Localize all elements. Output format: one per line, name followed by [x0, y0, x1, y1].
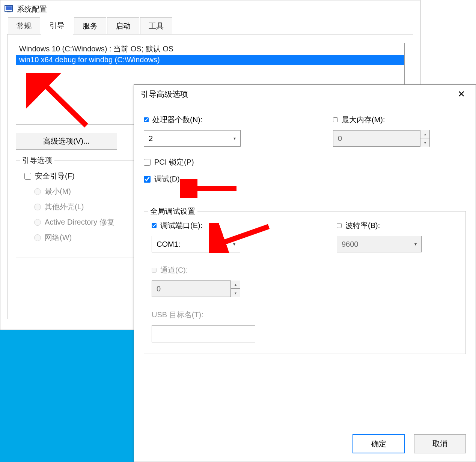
max-memory-check[interactable] — [333, 117, 338, 122]
baud-rate-checkbox[interactable]: 波特率(B): — [337, 220, 458, 231]
spin-down-icon[interactable]: ▾ — [420, 138, 429, 147]
max-memory-checkbox[interactable]: 最大内存(M): — [333, 115, 466, 125]
tab-services[interactable]: 服务 — [74, 17, 106, 34]
channel-check — [152, 268, 157, 273]
debug-check[interactable] — [144, 176, 151, 183]
dialog-titlebar: 引导高级选项 ✕ — [134, 85, 476, 104]
pci-lock-check[interactable] — [144, 159, 151, 166]
radio-adrepair[interactable]: Active Directory 修复 — [34, 217, 142, 227]
app-icon — [4, 4, 13, 14]
safe-boot-checkbox[interactable]: 安全引导(F) — [24, 171, 142, 181]
safe-boot-check[interactable] — [24, 173, 31, 180]
boot-options-group: 引导选项 安全引导(F) 最小(M) 其他外壳(L) Active Direct… — [16, 160, 151, 258]
num-processors-checkbox[interactable]: 处理器个数(N): — [144, 115, 277, 125]
usb-target-label: USB 目标名(T): — [152, 310, 458, 320]
channel-input: 0 ▴ ▾ — [152, 280, 240, 297]
debug-port-checkbox[interactable]: 调试端口(E): — [152, 220, 273, 231]
tab-tools[interactable]: 工具 — [140, 17, 172, 34]
num-processors-select[interactable]: 2 ▾ — [144, 130, 241, 147]
baud-rate-select: 9600 ▾ — [337, 236, 422, 252]
svg-rect-1 — [6, 6, 12, 10]
num-processors-check[interactable] — [144, 117, 149, 122]
pci-lock-checkbox[interactable]: PCI 锁定(P) — [144, 157, 466, 167]
boot-advanced-options-dialog: 引导高级选项 ✕ 处理器个数(N): 2 ▾ 最大内存(M): — [134, 84, 476, 462]
boot-options-legend: 引导选项 — [20, 155, 54, 165]
dialog-title: 引导高级选项 — [141, 89, 188, 99]
channel-checkbox: 通道(C): — [152, 265, 458, 275]
usb-target-input — [152, 325, 255, 342]
radio-altshell[interactable]: 其他外壳(L) — [34, 202, 142, 212]
chevron-down-icon: ▾ — [233, 136, 236, 141]
tab-startup[interactable]: 启动 — [107, 17, 139, 34]
baud-rate-check[interactable] — [337, 223, 342, 228]
dialog-body: 处理器个数(N): 2 ▾ 最大内存(M): 0 ▴ ▾ — [134, 104, 476, 362]
tab-boot[interactable]: 引导 — [41, 17, 73, 34]
spin-down-icon[interactable]: ▾ — [231, 289, 240, 297]
debug-checkbox[interactable]: 调试(D) — [144, 174, 466, 184]
global-debug-legend: 全局调试设置 — [148, 206, 197, 216]
cancel-button[interactable]: 取消 — [414, 434, 466, 453]
boot-entry-0[interactable]: Windows 10 (C:\Windows) : 当前 OS; 默认 OS — [16, 43, 404, 55]
max-memory-input: 0 ▴ ▾ — [333, 130, 430, 147]
titlebar: 系统配置 — [0, 0, 420, 18]
ok-button[interactable]: 确定 — [352, 434, 405, 453]
tab-bar: 常规 引导 服务 启动 工具 — [0, 18, 420, 34]
radio-minimal[interactable]: 最小(M) — [34, 186, 142, 196]
advanced-options-button[interactable]: 高级选项(V)... — [16, 133, 117, 150]
desktop-background — [0, 330, 135, 462]
spinner: ▴ ▾ — [230, 280, 240, 297]
dialog-footer: 确定 取消 — [352, 434, 466, 453]
svg-rect-2 — [7, 12, 11, 12]
debug-port-check[interactable] — [152, 223, 157, 228]
tab-general[interactable]: 常规 — [8, 17, 40, 34]
spinner: ▴ ▾ — [420, 130, 429, 147]
spin-up-icon[interactable]: ▴ — [231, 280, 240, 289]
window-title: 系统配置 — [17, 4, 47, 14]
chevron-down-icon: ▾ — [414, 242, 417, 247]
spin-up-icon[interactable]: ▴ — [420, 130, 429, 138]
debug-port-select[interactable]: COM1: ▾ — [152, 236, 240, 252]
close-button[interactable]: ✕ — [454, 87, 469, 101]
radio-network[interactable]: 网络(W) — [34, 232, 142, 243]
boot-entry-1[interactable]: win10 x64 debug for windbg (C:\Windows) — [16, 55, 404, 65]
chevron-down-icon: ▾ — [233, 242, 235, 247]
global-debug-settings-group: 全局调试设置 调试端口(E): COM1: ▾ 波特率(B): — [144, 211, 466, 354]
